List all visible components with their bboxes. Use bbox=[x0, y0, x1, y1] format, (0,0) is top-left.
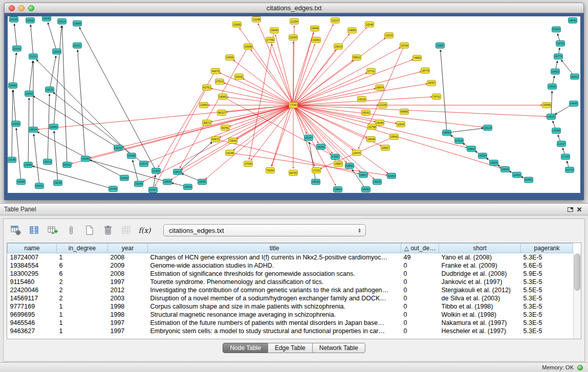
graph-node[interactable]: 20166 bbox=[127, 153, 136, 159]
graph-node[interactable]: 16874 bbox=[376, 85, 384, 91]
graph-node[interactable]: 18905 bbox=[490, 160, 498, 166]
graph-node[interactable]: 19979 bbox=[140, 161, 148, 167]
graph-node[interactable]: 17567 bbox=[331, 154, 340, 160]
graph-node[interactable]: 30781 bbox=[221, 125, 230, 130]
graph-node[interactable]: 11544 bbox=[397, 121, 405, 127]
graph-node[interactable]: 40675 bbox=[211, 68, 220, 74]
column-header-title[interactable]: title bbox=[148, 244, 401, 253]
table-vertical-scrollbar[interactable] bbox=[573, 253, 581, 339]
graph-node[interactable]: 17934 bbox=[244, 161, 253, 167]
graph-node[interactable]: 19414 bbox=[58, 18, 67, 24]
graph-node[interactable]: 10629 bbox=[547, 114, 556, 120]
column-header-out_degree[interactable]: △ out_de… bbox=[401, 244, 439, 253]
graph-node[interactable]: 18543 bbox=[42, 16, 51, 21]
graph-node[interactable]: 34202 bbox=[235, 74, 244, 79]
graph-node[interactable]: 20463 bbox=[120, 175, 129, 181]
graph-node[interactable]: 17711 bbox=[367, 68, 376, 74]
close-button[interactable] bbox=[9, 5, 15, 11]
graph-node[interactable]: 20452 bbox=[513, 172, 521, 178]
table-row[interactable]: 977716911998Corpus callosum shape and si… bbox=[8, 302, 573, 311]
graph-node[interactable]: 18124 bbox=[484, 125, 492, 130]
minimize-button[interactable] bbox=[18, 5, 25, 11]
tab-edge-table[interactable]: Edge Table bbox=[268, 343, 313, 353]
graph-node[interactable]: 19487 bbox=[436, 42, 445, 48]
graph-node[interactable]: 20167 bbox=[149, 187, 158, 193]
table-row[interactable]: 2242004622012Investigating the contribut… bbox=[8, 286, 573, 294]
new-table-button[interactable] bbox=[82, 224, 96, 237]
table-row[interactable]: 1456911722003Disruption of a novel membe… bbox=[8, 294, 573, 302]
graph-node[interactable]: 16779 bbox=[565, 167, 574, 173]
graph-node[interactable]: 12213 bbox=[385, 33, 394, 38]
graph-node[interactable]: 42751 bbox=[203, 85, 211, 91]
select-columns-button[interactable] bbox=[27, 224, 41, 237]
graph-node[interactable]: 19222 bbox=[46, 87, 54, 93]
graph-node[interactable]: 20866 bbox=[73, 20, 82, 26]
table-row[interactable]: 1938455462009Genome-wide association stu… bbox=[8, 261, 573, 270]
graph-node[interactable]: 12107 bbox=[557, 141, 566, 147]
graph-node[interactable]: 19255 bbox=[135, 181, 143, 187]
graph-node[interactable]: 19147 bbox=[304, 135, 313, 141]
graph-node[interactable]: 18209 bbox=[53, 49, 61, 54]
tab-node-table[interactable]: Node Table bbox=[223, 343, 268, 353]
graph-node[interactable]: 10474 bbox=[353, 150, 361, 156]
graph-node[interactable]: 16046 bbox=[376, 120, 384, 125]
graph-node[interactable]: 15958 bbox=[542, 102, 551, 108]
graph-node[interactable]: 92450 bbox=[387, 173, 396, 179]
graph-node[interactable]: 21211 bbox=[29, 54, 38, 59]
graph-node[interactable]: 92451 bbox=[525, 177, 533, 183]
column-header-pagerank[interactable]: pagerank bbox=[521, 244, 573, 253]
graph-node[interactable]: 19413 bbox=[173, 169, 182, 174]
graph-node[interactable]: 12217 bbox=[331, 17, 340, 23]
graph-node[interactable]: 14850 bbox=[348, 28, 357, 33]
graph-node[interactable]: 17756 bbox=[266, 37, 275, 43]
graph-node[interactable]: 18030 bbox=[312, 179, 320, 185]
graph-node[interactable]: 12106 bbox=[379, 102, 387, 108]
graph-node[interactable]: 18957 bbox=[381, 145, 390, 150]
graph-node[interactable]: 19238 bbox=[54, 180, 62, 186]
graph-node[interactable]: 74850 bbox=[413, 55, 422, 61]
graph-node[interactable]: 30672 bbox=[211, 137, 220, 142]
graph-node[interactable]: 19185 bbox=[8, 157, 16, 163]
graph-node[interactable]: 72543 bbox=[229, 138, 237, 144]
graph-node[interactable]: 20342 bbox=[26, 17, 35, 23]
graph-node[interactable]: 20959 bbox=[24, 162, 33, 168]
column-header-short[interactable]: short bbox=[439, 244, 521, 253]
graph-node[interactable]: 32203 bbox=[289, 35, 298, 40]
graph-node[interactable]: 18829 bbox=[163, 179, 172, 185]
network-canvas[interactable]: 1724012106160461854910474198571721096753… bbox=[8, 16, 580, 193]
graph-node[interactable]: 20163 bbox=[13, 46, 21, 51]
window-titlebar[interactable]: citations_edges.txt bbox=[4, 3, 584, 13]
graph-node[interactable]: 18549 bbox=[367, 137, 376, 142]
column-header-name[interactable]: name bbox=[8, 244, 57, 253]
graph-node[interactable]: 16148 bbox=[226, 150, 234, 156]
graph-node[interactable]: 96753 bbox=[289, 170, 298, 176]
graph-node[interactable]: 20960 bbox=[50, 124, 58, 129]
graph-node[interactable]: 18907 bbox=[359, 172, 368, 178]
graph-node[interactable]: 18083 bbox=[219, 94, 227, 99]
table-row[interactable]: 911546021997Tourette syndrome. Phenomeno… bbox=[8, 278, 573, 286]
graph-node[interactable]: 16949 bbox=[311, 26, 319, 31]
graph-node[interactable]: 19857 bbox=[334, 161, 343, 167]
graph-node[interactable]: 95562 bbox=[571, 74, 579, 79]
graph-node[interactable]: 96117 bbox=[217, 110, 226, 116]
close-panel-button[interactable]: ✕ bbox=[575, 205, 584, 213]
graph-node[interactable]: 11548 bbox=[365, 21, 374, 27]
graph-node[interactable]: 67919 bbox=[455, 138, 464, 144]
table-select[interactable]: citations_edges.txt ▲▼ bbox=[163, 224, 366, 236]
table-row[interactable]: 1830029562008Estimation of significance … bbox=[8, 270, 573, 278]
graph-node[interactable]: 76254 bbox=[266, 168, 275, 173]
graph-node[interactable]: 59051 bbox=[63, 162, 72, 168]
graph-node[interactable]: 20433 bbox=[25, 91, 34, 97]
graph-node[interactable]: 12258 bbox=[252, 16, 261, 22]
table-row[interactable]: 946362711997Embryonic stem cells: a mode… bbox=[8, 327, 573, 335]
column-header-year[interactable]: year bbox=[108, 244, 148, 253]
graph-node[interactable]: 19734 bbox=[400, 42, 409, 48]
float-panel-button[interactable] bbox=[565, 205, 575, 213]
graph-node[interactable]: 18969 bbox=[443, 130, 451, 136]
table-row[interactable]: 1872400712008Changes of HCN gene express… bbox=[8, 253, 573, 261]
graph-node[interactable]: 13216 bbox=[358, 96, 366, 102]
graph-node[interactable]: 17103 bbox=[561, 154, 570, 160]
graph-node[interactable]: 91554 bbox=[552, 27, 561, 32]
graph-node[interactable]: 55812 bbox=[353, 55, 361, 60]
graph-node[interactable]: 18220 bbox=[373, 179, 382, 185]
